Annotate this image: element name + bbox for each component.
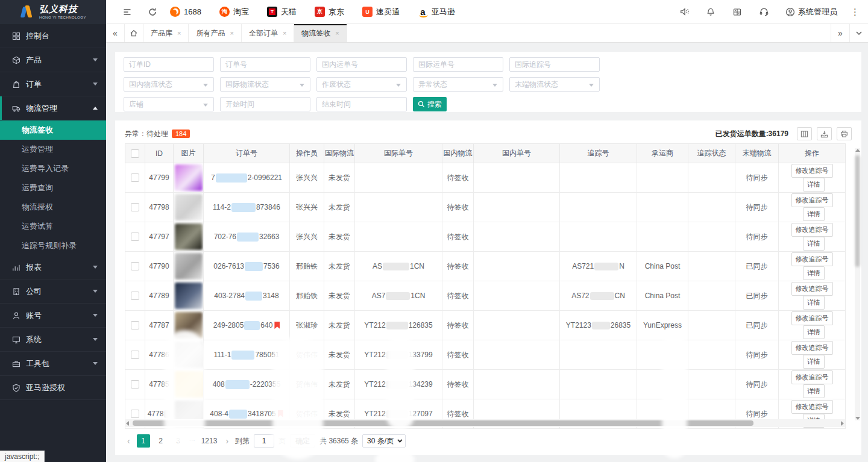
marketplace-0[interactable]: 1688 xyxy=(170,7,201,17)
tab-2[interactable]: 全部订单× xyxy=(242,24,294,42)
sidebar-item-0[interactable]: 控制台 xyxy=(0,24,106,48)
tab-close-icon[interactable]: × xyxy=(283,30,286,37)
next-page-icon[interactable]: › xyxy=(223,436,231,446)
edit-tracking-button[interactable]: 修改追踪号 xyxy=(791,252,833,266)
sidebar-item-6[interactable]: 账号 xyxy=(0,304,106,328)
announcement-icon[interactable] xyxy=(676,4,693,20)
order-number-link[interactable]: 111-1785051 xyxy=(214,351,280,359)
jump-confirm-button[interactable]: 确定 xyxy=(290,434,315,448)
marketplace-2[interactable]: T天猫 xyxy=(267,7,297,17)
order-number-link[interactable]: 408-2220355 xyxy=(213,380,281,389)
filter-input-1[interactable]: 订单号 xyxy=(220,57,310,72)
sidebar-item-2[interactable]: 订单 xyxy=(0,72,106,96)
sidebar-item-9[interactable]: 亚马逊授权 xyxy=(0,376,106,400)
jump-page-input[interactable] xyxy=(254,434,274,448)
marketplace-1[interactable]: 淘淘宝 xyxy=(219,7,249,17)
order-number-link[interactable]: 72-0996221 xyxy=(211,173,282,182)
vertical-scrollbar[interactable] xyxy=(855,148,860,420)
edit-tracking-button[interactable]: 修改追踪号 xyxy=(791,193,833,207)
order-number-link[interactable]: 026-76137536 xyxy=(213,262,279,270)
sidebar-item-1[interactable]: 产品 xyxy=(0,48,106,72)
pending-link[interactable]: 待处理 xyxy=(146,129,168,139)
export-button[interactable] xyxy=(817,127,832,140)
column-settings-button[interactable] xyxy=(797,127,812,140)
filter-select-4[interactable]: 末端物流状态 xyxy=(509,77,600,92)
sidebar-item-7[interactable]: 系统 xyxy=(0,328,106,352)
filter-select-3[interactable]: 异常状态 xyxy=(413,77,503,92)
filter-input-3[interactable]: 国际运单号 xyxy=(413,57,503,72)
customer-service-icon[interactable] xyxy=(755,4,772,20)
row-checkbox[interactable] xyxy=(131,233,139,241)
prev-page-icon[interactable]: ‹ xyxy=(125,436,133,446)
workbench-panel-icon[interactable] xyxy=(729,4,746,20)
filter-input-2[interactable]: 国内运单号 xyxy=(316,57,407,72)
filter-select-0[interactable]: 国内物流状态 xyxy=(124,77,214,92)
tab-close-icon[interactable]: × xyxy=(335,30,339,37)
collapse-sidebar-icon[interactable] xyxy=(119,4,135,20)
filter-input-4[interactable]: 国际追踪号 xyxy=(509,57,600,72)
filter-select-2[interactable]: 作废状态 xyxy=(316,77,407,92)
detail-button[interactable]: 详情 xyxy=(803,296,825,310)
row-checkbox[interactable] xyxy=(131,292,139,300)
page-number-3[interactable]: 3 xyxy=(172,434,185,448)
tab-close-icon[interactable]: × xyxy=(177,30,181,37)
tabs-menu-icon[interactable] xyxy=(849,24,868,42)
row-checkbox[interactable] xyxy=(131,173,139,182)
detail-button[interactable]: 详情 xyxy=(803,325,825,339)
sidebar-item-8[interactable]: 工具包 xyxy=(0,352,106,376)
sidebar-subitem-6[interactable]: 追踪号规则补录 xyxy=(0,236,106,255)
sidebar-subitem-1[interactable]: 运费管理 xyxy=(0,140,106,159)
edit-tracking-button[interactable]: 修改追踪号 xyxy=(791,400,833,414)
tabs-scroll-right-icon[interactable]: » xyxy=(831,24,849,42)
sidebar-subitem-0[interactable]: 物流签收 xyxy=(0,120,106,140)
filter-date-input-0[interactable]: 开始时间 xyxy=(220,97,310,111)
tab-3[interactable]: 物流签收× xyxy=(294,24,347,42)
sidebar-item-5[interactable]: 公司 xyxy=(0,279,106,304)
detail-button[interactable]: 详情 xyxy=(803,266,825,280)
sidebar-subitem-2[interactable]: 运费导入记录 xyxy=(0,159,106,178)
page-size-select[interactable]: 30 条/页 xyxy=(362,434,406,448)
sidebar-item-3[interactable]: 物流管理 xyxy=(0,96,106,120)
user-menu[interactable]: 系统管理员 xyxy=(785,7,837,17)
order-number-link[interactable]: 403-27843148 xyxy=(214,292,278,300)
select-all-checkbox[interactable] xyxy=(131,149,139,158)
print-button[interactable] xyxy=(837,127,852,140)
sidebar-subitem-4[interactable]: 物流授权 xyxy=(0,198,106,217)
detail-button[interactable]: 详情 xyxy=(803,355,825,369)
more-menu-icon[interactable]: ⋮ xyxy=(851,7,860,17)
edit-tracking-button[interactable]: 修改追踪号 xyxy=(791,164,833,178)
page-number-2[interactable]: 2 xyxy=(154,434,168,448)
filter-select-shop[interactable]: 店铺 xyxy=(124,97,214,111)
marketplace-4[interactable]: U速卖通 xyxy=(362,7,400,17)
filter-input-0[interactable]: 订单ID xyxy=(124,57,214,72)
sidebar-item-4[interactable]: 报表 xyxy=(0,255,106,279)
edit-tracking-button[interactable]: 修改追踪号 xyxy=(791,370,833,384)
tabs-scroll-left-icon[interactable]: « xyxy=(106,24,125,42)
page-number-1213[interactable]: 1213 xyxy=(200,434,219,448)
row-checkbox[interactable] xyxy=(131,321,139,329)
tab-1[interactable]: 所有产品× xyxy=(189,24,241,42)
row-checkbox[interactable] xyxy=(131,351,139,359)
row-checkbox[interactable] xyxy=(131,410,139,418)
detail-button[interactable]: 详情 xyxy=(803,207,825,221)
edit-tracking-button[interactable]: 修改追踪号 xyxy=(791,341,833,355)
edit-tracking-button[interactable]: 修改追踪号 xyxy=(791,282,833,296)
row-checkbox[interactable] xyxy=(131,380,139,389)
refresh-icon[interactable] xyxy=(145,4,160,20)
order-number-link[interactable]: 408-43418705 xyxy=(210,410,275,418)
row-checkbox[interactable] xyxy=(131,203,139,211)
page-number-1[interactable]: 1 xyxy=(137,434,150,448)
row-checkbox[interactable] xyxy=(131,262,139,270)
detail-button[interactable]: 详情 xyxy=(803,178,825,192)
edit-tracking-button[interactable]: 修改追踪号 xyxy=(791,223,833,237)
notifications-bell-icon[interactable] xyxy=(702,4,719,20)
detail-button[interactable]: 详情 xyxy=(803,384,825,398)
order-number-link[interactable]: 702-7632663 xyxy=(214,233,280,241)
sidebar-subitem-5[interactable]: 运费试算 xyxy=(0,217,106,236)
horizontal-scrollbar[interactable] xyxy=(125,419,845,427)
search-button[interactable]: 搜索 xyxy=(413,97,447,111)
tab-close-icon[interactable]: × xyxy=(230,30,233,37)
order-number-link[interactable]: 114-2873846 xyxy=(213,203,280,211)
order-number-link[interactable]: 249-2805640 xyxy=(213,321,273,329)
edit-tracking-button[interactable]: 修改追踪号 xyxy=(791,311,833,325)
